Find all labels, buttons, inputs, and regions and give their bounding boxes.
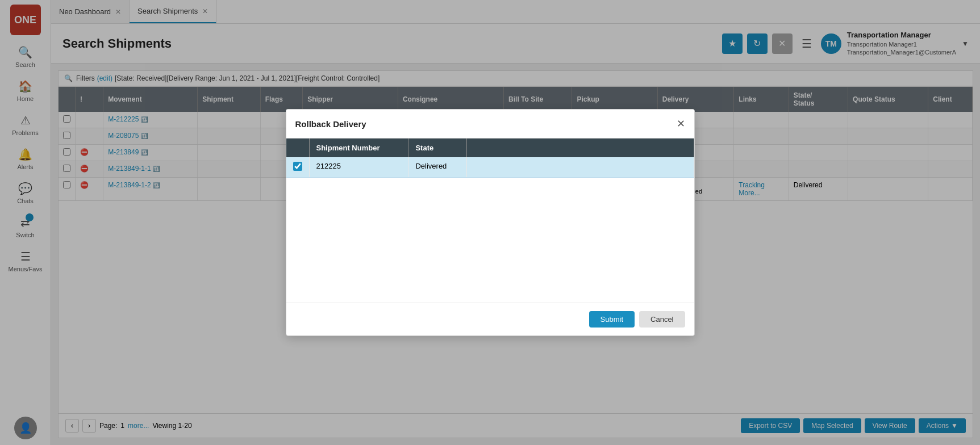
modal-body: Shipment Number State 212225 Delivered xyxy=(286,138,694,303)
rollback-delivery-modal: Rollback Delivery ✕ Shipment Number Stat… xyxy=(286,109,695,336)
modal-col-checkbox xyxy=(286,138,310,157)
modal-close-button[interactable]: ✕ xyxy=(677,117,685,130)
modal-col-extra xyxy=(466,138,694,157)
modal-col-state: State xyxy=(408,138,466,157)
modal-footer: Submit Cancel xyxy=(286,303,694,335)
modal-submit-button[interactable]: Submit xyxy=(589,311,635,328)
modal-cell-extra-1 xyxy=(466,157,694,178)
modal-table: Shipment Number State 212225 Delivered xyxy=(286,138,694,178)
modal-title: Rollback Delivery xyxy=(295,119,366,129)
modal-table-row: 212225 Delivered xyxy=(286,157,694,178)
modal-cell-shipment-number-1: 212225 xyxy=(309,157,408,178)
modal-cancel-button[interactable]: Cancel xyxy=(639,311,685,328)
modal-col-shipment-number: Shipment Number xyxy=(309,138,408,157)
modal-header: Rollback Delivery ✕ xyxy=(286,110,694,138)
modal-overlay: Rollback Delivery ✕ Shipment Number Stat… xyxy=(0,0,980,445)
modal-row-checkbox-1[interactable] xyxy=(293,162,302,171)
modal-table-header-row: Shipment Number State xyxy=(286,138,694,157)
modal-cell-state-1: Delivered xyxy=(408,157,466,178)
